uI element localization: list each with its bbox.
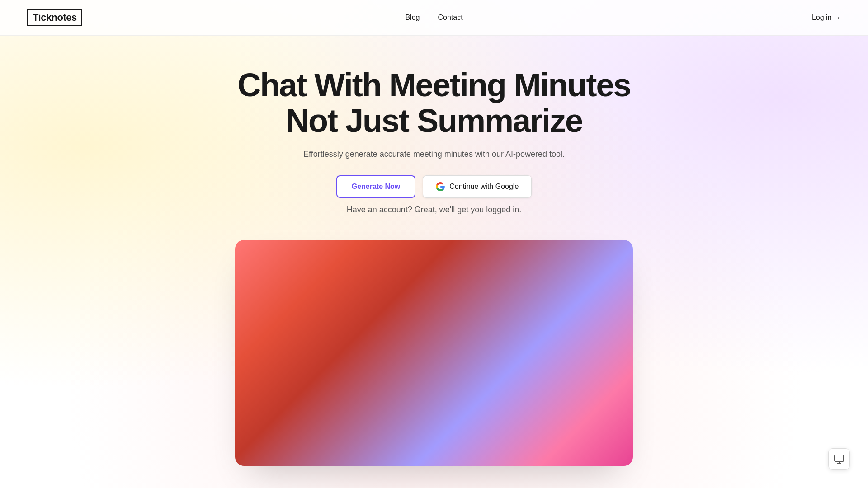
hero-headline: Chat With Meeting Minutes Not Just Summa… <box>9 67 859 139</box>
google-button-label: Continue with Google <box>449 183 519 191</box>
google-icon <box>436 182 445 191</box>
login-button[interactable]: Log in → <box>812 14 841 22</box>
main-nav: Blog Contact <box>405 14 462 22</box>
header: Ticknotes Blog Contact Log in → <box>0 0 868 36</box>
svg-rect-0 <box>835 455 844 461</box>
hero-headline-line1: Chat With Meeting Minutes <box>237 67 630 103</box>
hero-section: Chat With Meeting Minutes Not Just Summa… <box>0 36 868 249</box>
logo: Ticknotes <box>27 9 82 26</box>
nav-blog[interactable]: Blog <box>405 14 420 22</box>
screenshot-background-card <box>235 240 633 466</box>
monitor-icon <box>834 454 844 465</box>
floating-chat-button[interactable] <box>828 448 850 470</box>
generate-now-button[interactable]: Generate Now <box>336 175 416 198</box>
login-hint: Have an account? Great, we'll get you lo… <box>9 205 859 215</box>
hero-subtext: Effortlessly generate accurate meeting m… <box>9 150 859 159</box>
app-screenshot-wrapper: 🔗 *Gen Z's Changing Caree... ↻ ⤢ 🔨 ≡ ⊞ +… <box>0 253 868 457</box>
hero-headline-line2: Not Just Summarize <box>286 103 582 139</box>
cta-row: Generate Now Continue with Google <box>9 175 859 198</box>
continue-with-google-button[interactable]: Continue with Google <box>423 175 532 198</box>
nav-contact[interactable]: Contact <box>438 14 462 22</box>
